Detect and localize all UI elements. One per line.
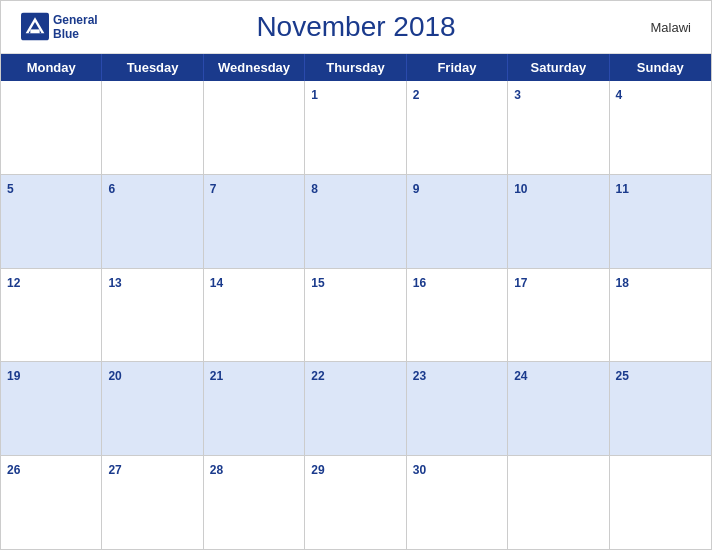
day-cell: 5 bbox=[1, 175, 102, 268]
day-cell: 4 bbox=[610, 81, 711, 174]
day-number: 3 bbox=[514, 88, 521, 102]
day-cell bbox=[204, 81, 305, 174]
day-header-monday: Monday bbox=[1, 54, 102, 81]
day-cell: 14 bbox=[204, 269, 305, 362]
day-number: 22 bbox=[311, 369, 324, 383]
calendar-grid: MondayTuesdayWednesdayThursdayFridaySatu… bbox=[1, 54, 711, 549]
logo-text: General Blue bbox=[53, 13, 98, 42]
day-cell: 18 bbox=[610, 269, 711, 362]
day-cell: 19 bbox=[1, 362, 102, 455]
day-number: 23 bbox=[413, 369, 426, 383]
day-cell: 7 bbox=[204, 175, 305, 268]
day-number: 17 bbox=[514, 276, 527, 290]
day-cell: 15 bbox=[305, 269, 406, 362]
day-number: 21 bbox=[210, 369, 223, 383]
day-number: 7 bbox=[210, 182, 217, 196]
day-number: 25 bbox=[616, 369, 629, 383]
day-cell: 3 bbox=[508, 81, 609, 174]
day-cell: 9 bbox=[407, 175, 508, 268]
day-number: 14 bbox=[210, 276, 223, 290]
day-number: 26 bbox=[7, 463, 20, 477]
day-cell: 20 bbox=[102, 362, 203, 455]
logo: General Blue bbox=[21, 13, 98, 42]
day-cell: 8 bbox=[305, 175, 406, 268]
day-number: 19 bbox=[7, 369, 20, 383]
day-number: 6 bbox=[108, 182, 115, 196]
weeks-container: 1234567891011121314151617181920212223242… bbox=[1, 81, 711, 549]
day-cell bbox=[610, 456, 711, 549]
day-header-sunday: Sunday bbox=[610, 54, 711, 81]
day-cell: 10 bbox=[508, 175, 609, 268]
day-number: 4 bbox=[616, 88, 623, 102]
week-row-2: 567891011 bbox=[1, 175, 711, 269]
day-cell: 26 bbox=[1, 456, 102, 549]
day-number: 30 bbox=[413, 463, 426, 477]
week-row-1: 1234 bbox=[1, 81, 711, 175]
day-cell: 23 bbox=[407, 362, 508, 455]
day-cell: 16 bbox=[407, 269, 508, 362]
day-cell: 29 bbox=[305, 456, 406, 549]
day-number: 13 bbox=[108, 276, 121, 290]
day-cell: 30 bbox=[407, 456, 508, 549]
day-number: 10 bbox=[514, 182, 527, 196]
day-cell: 12 bbox=[1, 269, 102, 362]
day-number: 28 bbox=[210, 463, 223, 477]
day-header-thursday: Thursday bbox=[305, 54, 406, 81]
day-number: 15 bbox=[311, 276, 324, 290]
day-cell: 6 bbox=[102, 175, 203, 268]
day-number: 16 bbox=[413, 276, 426, 290]
day-number: 9 bbox=[413, 182, 420, 196]
calendar-header: General Blue November 2018 Malawi bbox=[1, 1, 711, 54]
day-number: 27 bbox=[108, 463, 121, 477]
day-cell: 17 bbox=[508, 269, 609, 362]
day-cell: 27 bbox=[102, 456, 203, 549]
day-cell bbox=[1, 81, 102, 174]
day-number: 12 bbox=[7, 276, 20, 290]
day-number: 29 bbox=[311, 463, 324, 477]
day-cell: 22 bbox=[305, 362, 406, 455]
day-cell: 11 bbox=[610, 175, 711, 268]
day-number: 5 bbox=[7, 182, 14, 196]
day-number: 20 bbox=[108, 369, 121, 383]
logo-icon bbox=[21, 13, 49, 41]
day-number: 2 bbox=[413, 88, 420, 102]
day-cell: 2 bbox=[407, 81, 508, 174]
day-cell: 28 bbox=[204, 456, 305, 549]
week-row-3: 12131415161718 bbox=[1, 269, 711, 363]
day-header-friday: Friday bbox=[407, 54, 508, 81]
day-cell bbox=[508, 456, 609, 549]
day-number: 18 bbox=[616, 276, 629, 290]
svg-rect-3 bbox=[30, 30, 39, 34]
day-headers: MondayTuesdayWednesdayThursdayFridaySatu… bbox=[1, 54, 711, 81]
day-cell: 24 bbox=[508, 362, 609, 455]
day-number: 1 bbox=[311, 88, 318, 102]
day-number: 11 bbox=[616, 182, 629, 196]
week-row-5: 2627282930 bbox=[1, 456, 711, 549]
day-cell: 1 bbox=[305, 81, 406, 174]
country-label: Malawi bbox=[651, 20, 691, 35]
day-number: 24 bbox=[514, 369, 527, 383]
day-cell: 25 bbox=[610, 362, 711, 455]
day-cell bbox=[102, 81, 203, 174]
day-number: 8 bbox=[311, 182, 318, 196]
day-header-wednesday: Wednesday bbox=[204, 54, 305, 81]
calendar: General Blue November 2018 Malawi Monday… bbox=[0, 0, 712, 550]
day-cell: 13 bbox=[102, 269, 203, 362]
week-row-4: 19202122232425 bbox=[1, 362, 711, 456]
day-header-saturday: Saturday bbox=[508, 54, 609, 81]
day-cell: 21 bbox=[204, 362, 305, 455]
calendar-title: November 2018 bbox=[256, 11, 455, 43]
day-header-tuesday: Tuesday bbox=[102, 54, 203, 81]
